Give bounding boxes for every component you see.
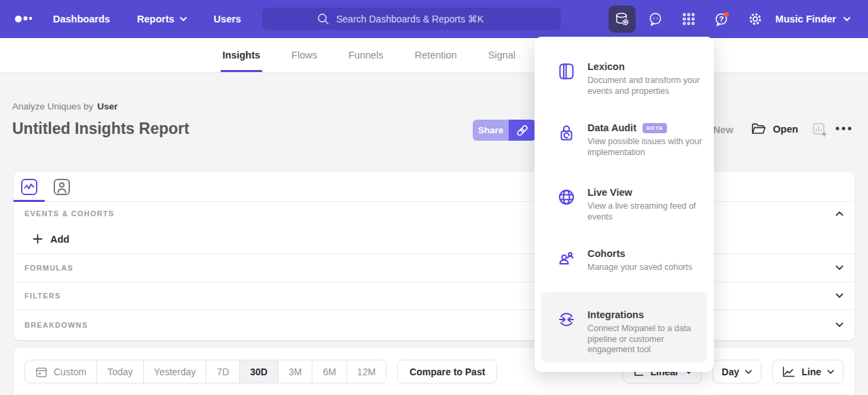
- expand-breakdowns-button[interactable]: [835, 322, 844, 328]
- menu-item-desc: View possible issues with your implement…: [587, 137, 704, 158]
- apps-grid-icon: [682, 12, 695, 26]
- chart-controls-row: Custom Today Yesterday 7D 30D 3M 6M 12M …: [24, 360, 844, 383]
- date-range-segmented-control: Custom Today Yesterday 7D 30D 3M 6M 12M: [24, 360, 386, 383]
- filters-section-row[interactable]: FILTERS: [14, 281, 854, 309]
- share-button[interactable]: Share: [473, 120, 509, 141]
- top-nav: Dashboards Reports Users: [0, 0, 868, 38]
- notification-dot: [724, 12, 729, 18]
- analyze-line: Analyze Uniques byUser: [12, 101, 117, 111]
- collapse-events-button[interactable]: [835, 211, 844, 216]
- more-dots-icon: [835, 126, 852, 131]
- calendar-icon: [35, 366, 48, 378]
- formulas-label: FORMULAS: [24, 264, 73, 272]
- apps-button[interactable]: [675, 5, 702, 33]
- menu-item-title: Lexicon: [587, 61, 704, 72]
- date-range-12m[interactable]: 12M: [346, 360, 386, 383]
- help-icon: ?: [714, 11, 730, 27]
- query-builder-card: EVENTS & COHORTS Add FORMULAS FILTERS BR…: [14, 172, 854, 340]
- expand-filters-button[interactable]: [835, 293, 844, 298]
- chevron-down-icon: [835, 265, 844, 271]
- add-to-board-icon: [812, 122, 827, 137]
- menu-item-data-audit[interactable]: Data Audit BETA View possible issues wit…: [558, 122, 703, 158]
- compare-to-past-button[interactable]: Compare to Past: [397, 360, 497, 383]
- data-management-button[interactable]: [609, 5, 636, 33]
- menu-item-cohorts[interactable]: Cohorts Manage your saved cohorts: [558, 248, 703, 273]
- analyze-entity[interactable]: User: [97, 101, 117, 111]
- nav-icon-cluster: ?: [609, 5, 769, 33]
- beta-badge: BETA: [643, 123, 667, 133]
- profile-person-icon: [53, 178, 71, 196]
- feedback-button[interactable]: [642, 5, 669, 33]
- line-chart-icon: [782, 366, 795, 378]
- menu-item-title: Integrations: [587, 309, 704, 320]
- open-report-button[interactable]: Open: [751, 122, 798, 135]
- tab-signal[interactable]: Signal: [488, 38, 516, 72]
- cohorts-people-icon: [558, 250, 575, 267]
- date-range-custom[interactable]: Custom: [25, 360, 96, 383]
- share-button-group: Share: [473, 120, 536, 141]
- events-cohorts-section-header: EVENTS & COHORTS: [14, 202, 854, 224]
- menu-item-live-view[interactable]: Live View View a live streaming feed of …: [558, 187, 703, 222]
- chevron-down-icon: [835, 293, 844, 298]
- profiles-view-tab[interactable]: [53, 178, 71, 196]
- add-to-board-button[interactable]: [812, 122, 827, 137]
- interval-dropdown[interactable]: Day: [712, 360, 762, 383]
- nav-dashboards[interactable]: Dashboards: [53, 14, 110, 24]
- tab-flows[interactable]: Flows: [291, 38, 317, 72]
- chevron-down-icon: [827, 370, 834, 374]
- settings-button[interactable]: [742, 5, 769, 33]
- search-icon: [317, 13, 329, 25]
- builder-view-tabs: [14, 172, 854, 202]
- project-name: Music Finder: [776, 14, 836, 24]
- events-add-row: Add: [14, 224, 854, 254]
- expand-formulas-button[interactable]: [835, 265, 844, 271]
- svg-text:?: ?: [719, 15, 724, 23]
- tab-funnels[interactable]: Funnels: [348, 38, 384, 72]
- data-audit-lock-icon: [558, 124, 575, 143]
- date-range-today[interactable]: Today: [96, 360, 143, 383]
- date-range-3m[interactable]: 3M: [278, 360, 312, 383]
- search-bar[interactable]: [262, 7, 561, 30]
- nav-users[interactable]: Users: [214, 14, 241, 24]
- menu-item-lexicon[interactable]: Lexicon Document and transform your even…: [558, 61, 703, 97]
- menu-item-integrations[interactable]: Integrations Connect Mixpanel to a data …: [558, 309, 703, 356]
- tab-retention[interactable]: Retention: [415, 38, 457, 72]
- analyze-prefix: Analyze Uniques by: [12, 101, 93, 111]
- menu-item-desc: Connect Mixpanel to a data pipeline or c…: [587, 324, 704, 356]
- report-title[interactable]: Untitled Insights Report: [12, 120, 189, 138]
- plus-icon: [33, 234, 43, 244]
- feedback-bubble-icon: [648, 12, 663, 27]
- date-range-30d[interactable]: 30D: [239, 360, 278, 383]
- live-view-globe-icon: [558, 188, 575, 206]
- nav-reports[interactable]: Reports: [137, 14, 187, 24]
- tab-insights[interactable]: Insights: [223, 38, 261, 72]
- project-switcher[interactable]: Music Finder: [776, 0, 850, 38]
- link-icon: [516, 124, 529, 137]
- chevron-down-icon: [745, 370, 752, 374]
- date-range-yesterday[interactable]: Yesterday: [143, 360, 206, 383]
- insights-view-tab[interactable]: [20, 178, 38, 196]
- help-button[interactable]: ?: [708, 5, 736, 33]
- date-range-7d[interactable]: 7D: [206, 360, 239, 383]
- filters-label: FILTERS: [24, 292, 60, 300]
- date-range-6m[interactable]: 6M: [312, 360, 346, 383]
- copy-link-button[interactable]: [509, 120, 536, 141]
- menu-item-desc: Document and transform your events and p…: [587, 75, 704, 97]
- breakdowns-section-row[interactable]: BREAKDOWNS: [14, 309, 854, 340]
- menu-item-title: Cohorts: [587, 248, 704, 259]
- mixpanel-app: Dashboards Reports Users: [0, 0, 868, 395]
- mixpanel-logo-icon[interactable]: [14, 14, 34, 24]
- search-input[interactable]: [336, 14, 506, 24]
- chevron-down-icon: [180, 17, 187, 21]
- chart-type-dropdown[interactable]: Line: [772, 360, 844, 383]
- add-event-button[interactable]: Add: [33, 234, 69, 245]
- folder-open-icon: [751, 122, 767, 135]
- insights-chart-icon: [20, 178, 38, 196]
- chevron-down-icon: [835, 322, 844, 328]
- more-options-button[interactable]: [835, 126, 852, 131]
- new-report-button[interactable]: New: [713, 124, 734, 135]
- formulas-section-row[interactable]: FORMULAS: [14, 254, 854, 281]
- menu-item-desc: View a live streaming feed of events: [587, 201, 704, 222]
- data-management-menu: Lexicon Document and transform your even…: [535, 37, 714, 372]
- events-cohorts-label: EVENTS & COHORTS: [24, 209, 114, 218]
